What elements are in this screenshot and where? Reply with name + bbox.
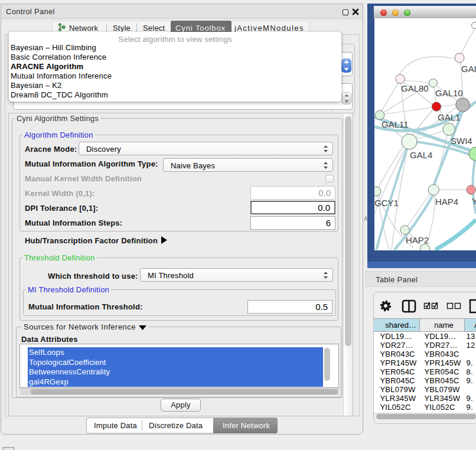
svg-text:GAL11: GAL11 <box>382 119 409 129</box>
svg-text:GCY1: GCY1 <box>374 198 399 208</box>
svg-text:YJ: YJ <box>472 196 476 206</box>
svg-text:GAL7: GAL7 <box>461 64 476 74</box>
svg-text:GAL1: GAL1 <box>438 112 460 122</box>
svg-text:GAL4: GAL4 <box>410 150 432 160</box>
svg-text:SWI4: SWI4 <box>451 136 472 146</box>
svg-text:HAP2: HAP2 <box>406 235 429 245</box>
svg-text:GAL80: GAL80 <box>401 83 429 93</box>
svg-text:GAL10: GAL10 <box>435 88 463 98</box>
svg-text:HAP4: HAP4 <box>435 197 458 207</box>
